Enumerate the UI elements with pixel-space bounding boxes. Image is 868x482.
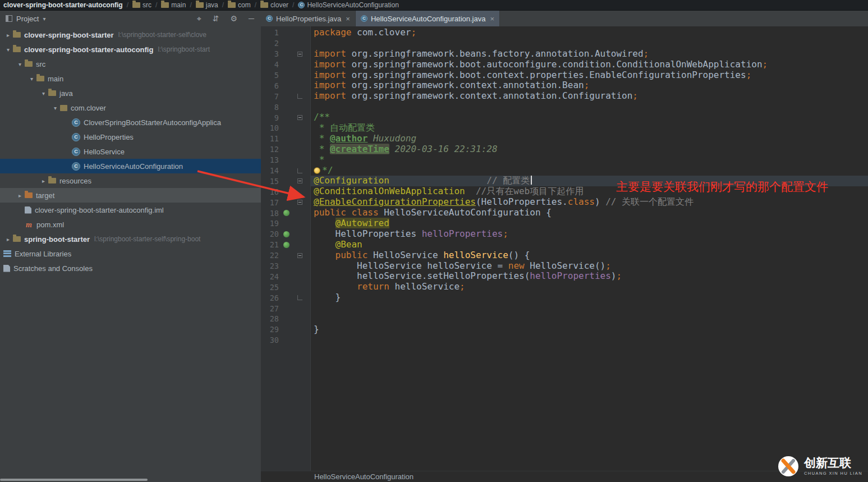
code-line-8[interactable]: 8: [261, 102, 868, 112]
code-line-12[interactable]: 12 * @createTime 2020-03-16 22:31:28: [261, 144, 868, 155]
close-icon[interactable]: ×: [490, 15, 494, 23]
line-number[interactable]: 23: [261, 261, 279, 270]
chevron-down-icon[interactable]: ▾: [27, 76, 36, 82]
line-number[interactable]: 11: [261, 134, 279, 143]
line-number[interactable]: 27: [261, 304, 279, 313]
line-number[interactable]: 1: [261, 28, 279, 37]
line-number[interactable]: 22: [261, 251, 279, 260]
code-line-4[interactable]: 4import org.springframework.boot.autocon…: [261, 59, 868, 70]
line-number[interactable]: 24: [261, 272, 279, 281]
breadcrumb-item-main[interactable]: main: [160, 1, 187, 9]
code-line-13[interactable]: 13 *: [261, 155, 868, 166]
chevron-down-icon[interactable]: ▾: [3, 47, 13, 53]
code-line-30[interactable]: 30: [261, 335, 868, 346]
chevron-down-icon[interactable]: ▾: [39, 90, 48, 97]
tree-item-helloservice[interactable]: CHelloService: [0, 144, 261, 159]
line-number[interactable]: 12: [261, 145, 279, 154]
code-line-1[interactable]: 1package com.clover;: [261, 27, 868, 38]
tree-item-clover-spring-boot-starter-autoconfig-iml[interactable]: clover-spring-boot-starter-autoconfig.im…: [0, 203, 261, 217]
horizontal-scrollbar[interactable]: [0, 479, 148, 481]
tree-item-java[interactable]: ▾java: [0, 86, 261, 100]
code-line-23[interactable]: 23 HelloService helloService = new Hello…: [261, 261, 868, 272]
line-number[interactable]: 5: [261, 71, 279, 80]
fold-marker-icon[interactable]: [297, 253, 302, 258]
fold-marker-icon[interactable]: [297, 200, 302, 205]
chevron-down-icon[interactable]: ▾: [50, 105, 60, 111]
code-line-2[interactable]: 2: [261, 38, 868, 49]
code-line-20[interactable]: 20 HelloProperties helloProperties;: [261, 229, 868, 240]
code-line-10[interactable]: 10 * 自动配置类: [261, 123, 868, 134]
breadcrumb-item-java[interactable]: java: [195, 1, 219, 9]
chevron-right-icon[interactable]: ▸: [3, 236, 13, 242]
chevron-right-icon[interactable]: ▸: [3, 32, 13, 38]
tree-item-resources[interactable]: ▸resources: [0, 173, 261, 188]
tree-item-com-clover[interactable]: ▾com.clover: [0, 100, 261, 115]
code-line-27[interactable]: 27: [261, 303, 868, 314]
code-line-29[interactable]: 29}: [261, 324, 868, 335]
line-number[interactable]: 10: [261, 123, 279, 132]
line-number[interactable]: 20: [261, 229, 279, 238]
line-number[interactable]: 3: [261, 49, 279, 58]
line-number[interactable]: 30: [261, 336, 279, 345]
fold-end-icon[interactable]: [297, 295, 302, 300]
breadcrumb-item-clover-spring-boot-starter-autoconfig[interactable]: clover-spring-boot-starter-autoconfig: [2, 1, 124, 9]
breadcrumb-item-com[interactable]: com: [227, 1, 252, 9]
code-line-5[interactable]: 5import org.springframework.boot.context…: [261, 70, 868, 81]
line-number[interactable]: 18: [261, 209, 279, 218]
spring-bean-icon[interactable]: [283, 242, 290, 248]
line-number[interactable]: 14: [261, 166, 279, 175]
line-number[interactable]: 25: [261, 283, 279, 292]
line-number[interactable]: 4: [261, 60, 279, 69]
code-line-7[interactable]: 7import org.springframework.context.anno…: [261, 91, 868, 102]
tree-item-external-libraries[interactable]: External Libraries: [0, 246, 261, 261]
project-panel-title[interactable]: Project: [16, 15, 39, 23]
tree-item-scratches-and-consoles[interactable]: Scratches and Consoles: [0, 261, 261, 276]
code-line-14[interactable]: 14*/: [261, 166, 868, 176]
code-line-3[interactable]: 3import org.springframework.beans.factor…: [261, 49, 868, 59]
line-number[interactable]: 19: [261, 219, 279, 228]
code-line-26[interactable]: 26 }: [261, 292, 868, 303]
chevron-down-icon[interactable]: ▾: [15, 61, 25, 67]
tree-item-clover-spring-boot-starter[interactable]: ▸clover-spring-boot-starterl:\springboot…: [0, 27, 261, 42]
line-number[interactable]: 28: [261, 314, 279, 323]
fold-marker-icon[interactable]: [297, 178, 302, 183]
spring-bean-icon[interactable]: [283, 231, 290, 237]
line-number[interactable]: 29: [261, 325, 279, 334]
line-number[interactable]: 16: [261, 187, 279, 196]
settings-icon[interactable]: ⚙: [231, 14, 238, 23]
breadcrumb-item-src[interactable]: src: [131, 1, 153, 9]
code-line-25[interactable]: 25 return helloService;: [261, 282, 868, 292]
code-line-22[interactable]: 22 public HelloService helloService() {: [261, 250, 868, 261]
chevron-down-icon[interactable]: ▾: [43, 16, 45, 22]
line-number[interactable]: 15: [261, 177, 279, 186]
close-icon[interactable]: ×: [346, 15, 350, 23]
tree-item-main[interactable]: ▾main: [0, 71, 261, 86]
tree-item-helloserviceautoconfiguration[interactable]: CHelloServiceAutoConfiguration: [0, 159, 261, 173]
line-number[interactable]: 17: [261, 198, 279, 207]
code-line-21[interactable]: 21 @Bean: [261, 240, 868, 250]
code-line-19[interactable]: 19 @Autowired: [261, 218, 868, 229]
locate-icon[interactable]: ⌖: [197, 14, 201, 23]
code-line-17[interactable]: 17@EnableConfigurationProperties(HelloPr…: [261, 197, 868, 208]
line-number[interactable]: 7: [261, 92, 279, 101]
tree-item-cloverspringbootstarterautoconfigapplica[interactable]: CCloverSpringBootStarterAutoconfigApplic…: [0, 115, 261, 130]
code-line-6[interactable]: 6import org.springframework.context.anno…: [261, 80, 868, 91]
line-number[interactable]: 21: [261, 240, 279, 249]
fold-end-icon[interactable]: [297, 94, 302, 99]
code-line-9[interactable]: 9/**: [261, 112, 868, 123]
fold-marker-icon[interactable]: [297, 52, 302, 57]
code-line-28[interactable]: 28: [261, 314, 868, 324]
tree-item-pom-xml[interactable]: mpom.xml: [0, 217, 261, 232]
tree-item-target[interactable]: ▸target: [0, 188, 261, 203]
tree-item-src[interactable]: ▾src: [0, 57, 261, 71]
code-editor[interactable]: 1package com.clover;23import org.springf…: [261, 26, 868, 471]
line-number[interactable]: 26: [261, 293, 279, 302]
tab-helloproperties-java[interactable]: CHelloProperties.java×: [261, 11, 356, 26]
line-number[interactable]: 6: [261, 81, 279, 90]
tree-item-spring-boot-starter[interactable]: ▸spring-boot-starterl:\springboot-starte…: [0, 232, 261, 246]
hide-panel-icon[interactable]: ─: [249, 14, 254, 23]
chevron-right-icon[interactable]: ▸: [39, 178, 48, 184]
code-line-24[interactable]: 24 helloService.setHelloProperties(hello…: [261, 271, 868, 282]
breadcrumb-item-helloserviceautoconfiguration[interactable]: CHelloServiceAutoConfiguration: [297, 1, 399, 9]
breadcrumb-class-name[interactable]: HelloServiceAutoConfiguration: [314, 472, 414, 481]
